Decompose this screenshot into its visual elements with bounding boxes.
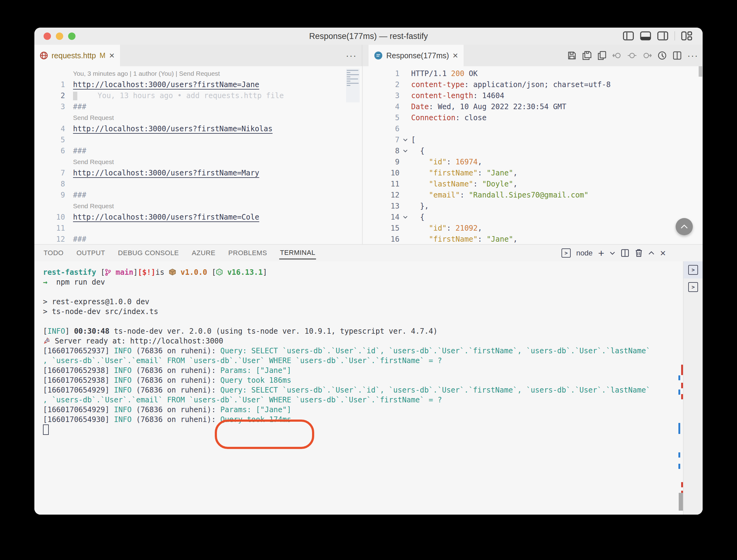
vscode-window: Response(177ms) — rest-fastify r	[34, 28, 703, 515]
status-code: 200	[451, 69, 464, 78]
next-change-icon[interactable]	[642, 51, 652, 60]
terminal-log-line: [1660170652938] INFO (76836 on ruheni): …	[43, 366, 679, 375]
terminal-ready-line: Server ready at: http://localhost:3000	[43, 336, 679, 346]
maximize-panel-icon[interactable]	[648, 248, 655, 258]
line-number: 5	[34, 134, 71, 145]
timeline-history-icon[interactable]	[657, 51, 667, 60]
kill-terminal-icon[interactable]	[635, 248, 643, 258]
toggle-sidebar-icon[interactable]	[623, 31, 634, 40]
shell-name-label[interactable]: node	[576, 249, 593, 257]
terminal-dropdown-chevron-icon[interactable]	[610, 248, 615, 258]
fold-chevron-icon[interactable]	[401, 212, 409, 223]
editor-tab-bar: requests.http M × ··· Response(177ms) ×	[34, 45, 703, 66]
request-url-link[interactable]: http://localhost:3000/users?firstName=Ja…	[73, 80, 259, 89]
line-number: 10	[363, 167, 401, 178]
header-value: : 14604	[473, 91, 504, 100]
panel-tab-output[interactable]: OUTPUT	[76, 247, 106, 259]
tab-label: requests.http	[52, 51, 96, 60]
panel-tab-debug-console[interactable]: DEBUG CONSOLE	[117, 247, 179, 259]
terminal-prompt-line: rest-fastify [ main][$!]is v1.0.0 [JS v1…	[43, 267, 679, 277]
git-branch-icon	[105, 268, 115, 277]
terminal-log-line: [1660170654929] INFO (76836 on ruheni): …	[43, 385, 679, 395]
json-string: "Randall.Sipes70@gmail.com"	[469, 191, 589, 199]
scroll-decoration	[678, 375, 680, 380]
codelens-send-request-link[interactable]: Send Request	[73, 202, 114, 209]
previous-change-icon[interactable]	[612, 51, 622, 60]
more-actions-icon[interactable]: ···	[346, 45, 357, 66]
change-indicator-icon[interactable]	[627, 51, 637, 60]
line-number: 8	[34, 178, 71, 190]
json-key: "id"	[429, 224, 447, 232]
svg-text:JS: JS	[217, 270, 221, 274]
json-brace: },	[409, 201, 429, 212]
scroll-to-top-button[interactable]	[676, 218, 693, 235]
package-icon	[169, 268, 180, 277]
terminal-command-line: → npm run dev	[43, 277, 679, 287]
terminal-tabs-list: > >	[683, 261, 703, 515]
scroll-decoration	[678, 452, 680, 458]
tab-requests-http[interactable]: requests.http M ×	[34, 45, 120, 66]
terminal-log-line: [1660170652938] INFO (76836 on ruheni): …	[43, 375, 679, 385]
toggle-panel-icon[interactable]	[640, 31, 651, 40]
codelens-send-request-link[interactable]: Send Request	[179, 70, 220, 77]
close-icon[interactable]: ×	[453, 51, 458, 60]
terminal-shell-icon[interactable]: >	[562, 248, 571, 258]
line-number: 2	[363, 79, 401, 90]
panel-tab-todo[interactable]: TODO	[43, 247, 64, 259]
save-icon[interactable]	[567, 51, 577, 60]
close-icon[interactable]: ×	[109, 51, 115, 60]
json-number: 21092	[456, 224, 478, 232]
request-separator: ###	[71, 190, 86, 201]
terminal-tab-item[interactable]: >	[684, 278, 703, 296]
split-editor-icon[interactable]	[672, 51, 682, 60]
json-bracket: [	[409, 134, 416, 145]
header-value: : close	[456, 113, 487, 122]
fold-chevron-icon[interactable]	[401, 134, 409, 145]
status-text: OK	[464, 69, 478, 78]
editor-response[interactable]: 1HTTP/1.1 200 OK 2content-type: applicat…	[363, 66, 703, 244]
header-value: : Wed, 10 Aug 2022 22:30:54 GMT	[429, 102, 566, 111]
close-panel-icon[interactable]: ×	[660, 248, 666, 258]
more-actions-icon[interactable]: ···	[687, 50, 698, 61]
editor-area: You, 3 minutes ago | 1 author (You) | Se…	[34, 66, 703, 244]
inline-blame-text: You, 13 hours ago • add requests.http fi…	[98, 91, 284, 100]
new-terminal-icon[interactable]: +	[598, 248, 604, 258]
fold-chevron-icon[interactable]	[401, 145, 409, 156]
terminal-scrollbar-thumb[interactable]	[679, 493, 683, 511]
line-number: 3	[34, 101, 71, 112]
terminal-output-line: > rest-express@1.0.0 dev	[43, 297, 679, 307]
request-url-link[interactable]: http://localhost:3000/users?firstName=Ma…	[73, 169, 259, 177]
titlebar-separator	[674, 31, 675, 40]
open-changes-icon[interactable]	[597, 51, 607, 60]
terminal-view[interactable]: rest-fastify [ main][$!]is v1.0.0 [JS v1…	[34, 261, 703, 515]
line-number: 3	[363, 90, 401, 101]
panel-tab-terminal[interactable]: TERMINAL	[279, 247, 316, 259]
split-terminal-icon[interactable]	[621, 248, 629, 258]
editor-requests-http[interactable]: You, 3 minutes ago | 1 author (You) | Se…	[34, 66, 362, 244]
panel-tab-problems[interactable]: PROBLEMS	[228, 247, 267, 259]
toggle-secondary-sidebar-icon[interactable]	[657, 31, 668, 40]
line-number: 6	[363, 123, 401, 134]
codelens-send-request-link[interactable]: Send Request	[73, 158, 114, 165]
response-file-icon	[374, 51, 383, 60]
desktop-background: { "titlebar": {"title": "Response(177ms)…	[0, 0, 737, 560]
request-url-link[interactable]: http://localhost:3000/users?firstName=Ni…	[73, 125, 272, 133]
panel-tab-azure[interactable]: AZURE	[191, 247, 216, 259]
line-number: 4	[363, 101, 401, 112]
customize-layout-icon[interactable]	[681, 31, 692, 40]
json-key: "lastName"	[429, 180, 474, 188]
line-number: 4	[34, 123, 71, 134]
minimap[interactable]	[346, 69, 359, 102]
editor-scrollbar-thumb[interactable]	[699, 66, 702, 77]
codelens-send-request-link[interactable]: Send Request	[73, 114, 114, 121]
tab-response[interactable]: Response(177ms) ×	[368, 45, 464, 66]
terminal-tab-item[interactable]: >	[684, 261, 703, 278]
request-separator: ###	[71, 145, 86, 156]
line-number: 8	[363, 145, 401, 156]
header-name: content-type	[411, 80, 464, 89]
window-title: Response(177ms) — rest-fastify	[34, 28, 703, 45]
line-number: 15	[363, 223, 401, 234]
request-url-link[interactable]: http://localhost:3000/users?firstName=Co…	[73, 213, 259, 221]
save-all-icon[interactable]	[582, 51, 592, 60]
line-number: 13	[363, 201, 401, 212]
